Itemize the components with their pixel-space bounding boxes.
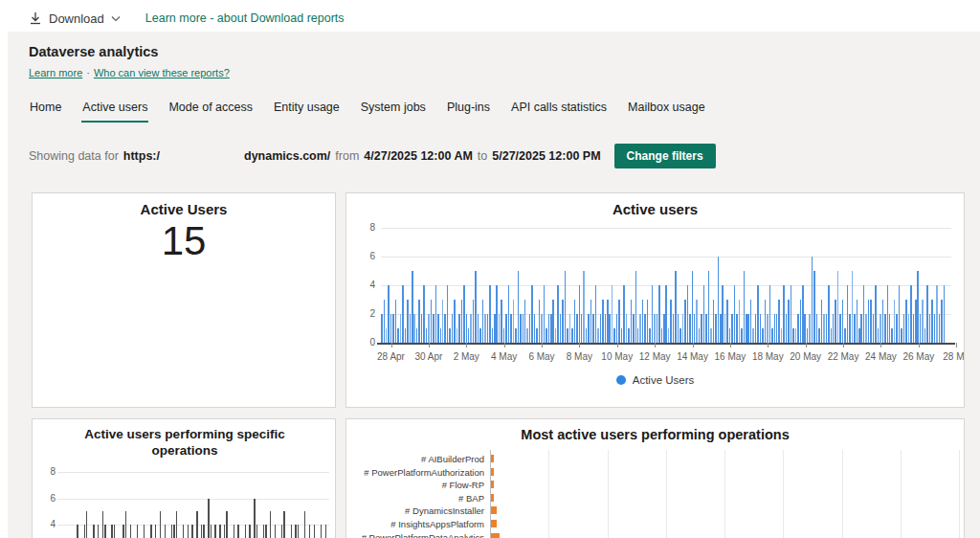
bar [84, 525, 85, 538]
xtick-label: 28 Apr [370, 351, 412, 362]
bar [150, 525, 151, 538]
bar [741, 328, 743, 343]
tab-bar: HomeActive usersMode of accessEntity usa… [29, 99, 706, 123]
bar [515, 328, 517, 343]
bar [917, 271, 919, 343]
bar [165, 525, 166, 538]
bar [783, 285, 785, 343]
bar [703, 285, 705, 343]
bar [499, 314, 501, 343]
bar [503, 328, 505, 343]
bar [684, 300, 686, 343]
xtick-label: 26 May [898, 351, 940, 362]
bar [395, 300, 397, 343]
bar [295, 525, 296, 538]
tab-api-calls-statistics[interactable]: API calls statistics [510, 99, 608, 123]
bar [941, 300, 943, 343]
bar [457, 328, 458, 343]
bar [494, 314, 496, 343]
ytick-4: 4 [354, 280, 375, 290]
bar [762, 328, 764, 343]
bar [125, 511, 126, 538]
bar [724, 314, 726, 343]
bar [701, 314, 702, 343]
bar [397, 328, 399, 343]
filter-from-value: 4/27/2025 12:00 AM [364, 149, 473, 163]
bar [694, 314, 696, 343]
bar [263, 525, 264, 538]
bar [821, 300, 823, 343]
change-filters-button[interactable]: Change filters [614, 144, 716, 168]
tab-system-jobs[interactable]: System jobs [360, 99, 427, 123]
tab-home[interactable]: Home [29, 99, 62, 123]
bar [309, 525, 310, 538]
xtick-label: 22 May [822, 351, 864, 362]
bar [699, 328, 701, 343]
xtick-mark [693, 343, 694, 347]
bar [226, 511, 227, 538]
ytick-8: 8 [354, 222, 375, 233]
bar [744, 271, 746, 343]
bar [878, 328, 880, 343]
bar [449, 328, 451, 343]
download-button[interactable]: Download [29, 11, 121, 26]
bar [237, 525, 238, 538]
xtick-label: 6 May [521, 351, 563, 362]
bar [705, 314, 707, 343]
bar [765, 300, 767, 343]
tab-plug-ins[interactable]: Plug-ins [446, 99, 491, 123]
bar [505, 314, 507, 343]
xtick-mark [617, 343, 618, 347]
bar [901, 328, 902, 343]
bar [321, 525, 322, 538]
bar [839, 314, 841, 343]
bar [590, 300, 592, 343]
ytick-4: 4 [34, 519, 56, 529]
tab-entity-usage[interactable]: Entity usage [273, 99, 341, 123]
tab-mode-of-access[interactable]: Mode of access [167, 99, 254, 123]
bar [102, 511, 103, 538]
bar [670, 300, 672, 343]
bar [487, 314, 489, 343]
xtick-label: 14 May [672, 351, 714, 362]
bar [592, 314, 594, 343]
xtick-mark [730, 343, 731, 347]
xtick-mark [880, 343, 881, 347]
bar [555, 328, 557, 343]
bar [652, 285, 654, 343]
bar [410, 314, 412, 343]
bar [734, 285, 736, 343]
gridline-x4 [724, 450, 725, 538]
bar [673, 314, 675, 343]
bar [201, 525, 202, 538]
bar [776, 314, 778, 343]
learn-more-download-link[interactable]: Learn more - about Download reports [145, 11, 345, 25]
learn-more-link[interactable]: Learn more [29, 67, 82, 78]
bar [747, 314, 749, 343]
bar [708, 271, 710, 343]
page-header: Dataverse analytics Learn more·Who can v… [29, 44, 230, 78]
bar [649, 328, 651, 343]
bar [696, 300, 698, 343]
bar [931, 300, 933, 343]
tab-active-users[interactable]: Active users [81, 99, 148, 123]
bar [602, 300, 604, 343]
xtick-mark [768, 343, 768, 347]
bar [922, 300, 924, 343]
bar [750, 300, 752, 343]
bar [496, 285, 498, 343]
bar [880, 314, 881, 343]
bar [444, 314, 446, 343]
bar [249, 525, 250, 538]
xtick-mark [579, 343, 580, 347]
xtick-mark [504, 343, 505, 347]
tab-mailbox-usage[interactable]: Mailbox usage [627, 99, 706, 123]
bar [452, 314, 454, 343]
category-label: # AIBuilderProd [350, 454, 484, 464]
filter-prefix: Showing data for [29, 149, 119, 163]
bar [873, 314, 875, 343]
bar [501, 300, 502, 343]
bar [642, 300, 644, 343]
bar [894, 300, 896, 343]
who-can-view-link[interactable]: Who can view these reports? [94, 67, 230, 78]
